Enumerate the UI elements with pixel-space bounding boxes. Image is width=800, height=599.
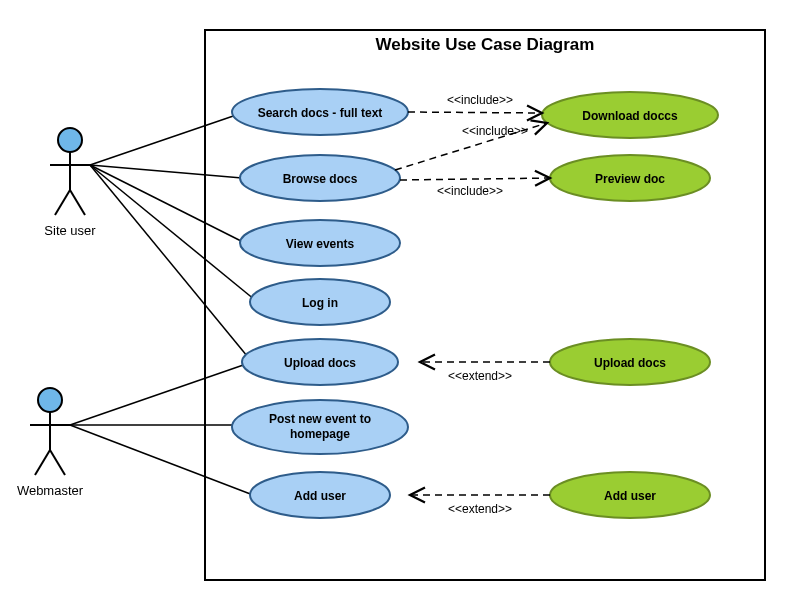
include-label-3: <<include>> [437,184,503,198]
svg-line-18 [408,112,542,113]
use-cases-secondary: Download doccs Preview doc Upload docs A… [542,92,718,518]
actor-webmaster-label: Webmaster [17,483,84,498]
usecase-post-event-label2: homepage [290,427,350,441]
usecase-post-event-label1: Post new event to [269,412,371,426]
usecase-upload-docs-ext-label: Upload docs [594,356,666,370]
usecase-log-in-label: Log in [302,296,338,310]
usecase-download-docs-label: Download doccs [582,109,678,123]
usecase-add-user-label: Add user [294,489,346,503]
svg-point-5 [38,388,62,412]
actor-site-user-label: Site user [44,223,96,238]
svg-line-9 [50,450,65,475]
actor-webmaster: Webmaster [17,388,84,498]
usecase-search-docs-label: Search docs - full text [258,106,383,120]
include-label-1: <<include>> [447,93,513,107]
extend-label-2: <<extend>> [448,502,512,516]
svg-line-15 [70,362,252,425]
actor-site-user: Site user [44,128,96,238]
svg-line-17 [70,425,253,495]
svg-line-14 [90,165,252,362]
include-label-2: <<include>> [462,124,528,138]
svg-line-3 [55,190,70,215]
svg-line-13 [90,165,255,300]
svg-line-10 [90,112,245,165]
extend-label-1: <<extend>> [448,369,512,383]
diagram-title: Website Use Case Diagram [376,35,595,54]
associations [70,112,255,495]
usecase-view-events-label: View events [286,237,355,251]
dependencies [395,112,550,495]
usecase-browse-docs-label: Browse docs [283,172,358,186]
svg-line-20 [400,178,550,180]
svg-point-0 [58,128,82,152]
use-cases-primary: Search docs - full text Browse docs View… [232,89,408,518]
svg-line-8 [35,450,50,475]
usecase-preview-doc-label: Preview doc [595,172,665,186]
usecase-add-user-ext-label: Add user [604,489,656,503]
usecase-upload-docs-label: Upload docs [284,356,356,370]
svg-line-4 [70,190,85,215]
